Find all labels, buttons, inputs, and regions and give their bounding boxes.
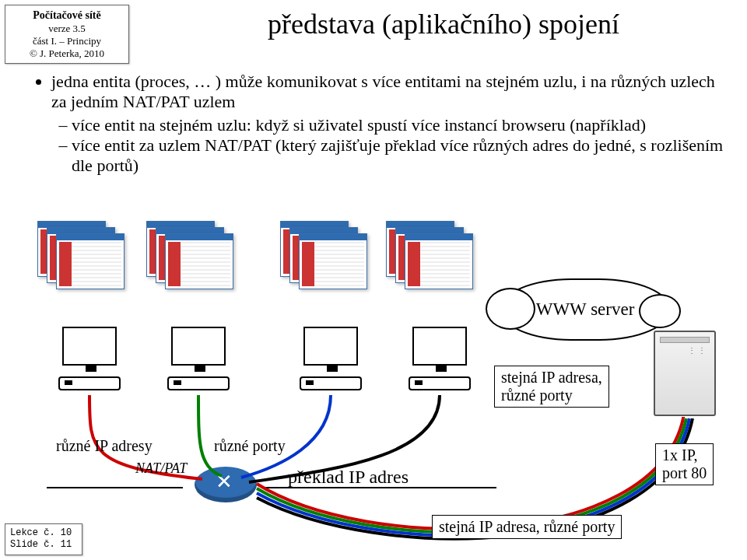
diagram: WWW server stejná IP adresa, různé porty… xyxy=(0,210,747,560)
course-version: verze 3.5 xyxy=(9,23,125,35)
label-diff-ports: různé porty xyxy=(214,437,286,455)
footer-slide: Slide č. 11 xyxy=(10,539,77,551)
cloud-label: WWW server xyxy=(536,299,635,320)
pc-icon xyxy=(54,327,124,393)
course-part: část I. – Principy xyxy=(9,35,125,47)
slide-title: představa (aplikačního) spojení xyxy=(156,8,731,40)
router-icon xyxy=(195,467,257,502)
browser-window-icon xyxy=(165,233,233,289)
course-title: Počítačové sítě xyxy=(9,9,125,23)
browser-window-icon xyxy=(299,233,367,289)
server-icon xyxy=(654,331,716,416)
pc-icon xyxy=(405,327,475,393)
bullet-1: jedna entita (proces, … ) může komunikov… xyxy=(51,72,724,112)
label-diff-ip: různé IP adresy xyxy=(56,437,153,455)
label-same-ip-line: stejná IP adresa, různé porty xyxy=(432,515,622,539)
segment-line xyxy=(47,487,183,488)
cloud-icon: WWW server xyxy=(500,278,671,341)
pc-icon xyxy=(163,327,233,393)
label-natpat: NAT/PAT xyxy=(135,460,187,477)
bullet-1a: více entit na stejném uzlu: když si uživ… xyxy=(72,115,724,135)
label-one-ip: 1x IP, port 80 xyxy=(655,443,714,485)
slide-header: Počítačové sítě verze 3.5 část I. – Prin… xyxy=(5,5,129,64)
label-same-ip-box: stejná IP adresa, různé porty xyxy=(494,366,609,408)
browser-window-icon xyxy=(56,233,124,289)
browser-window-icon xyxy=(405,233,473,289)
course-copyright: © J. Peterka, 2010 xyxy=(9,47,125,60)
footer-lecture: Lekce č. 10 xyxy=(10,527,77,540)
slide-footer: Lekce č. 10 Slide č. 11 xyxy=(5,523,82,555)
pc-icon xyxy=(296,327,366,393)
bullet-list: jedna entita (proces, … ) může komunikov… xyxy=(31,72,724,176)
label-translate: překlad IP adres xyxy=(288,467,409,488)
bullet-1b: více entit za uzlem NAT/PAT (který zajiš… xyxy=(72,135,724,176)
